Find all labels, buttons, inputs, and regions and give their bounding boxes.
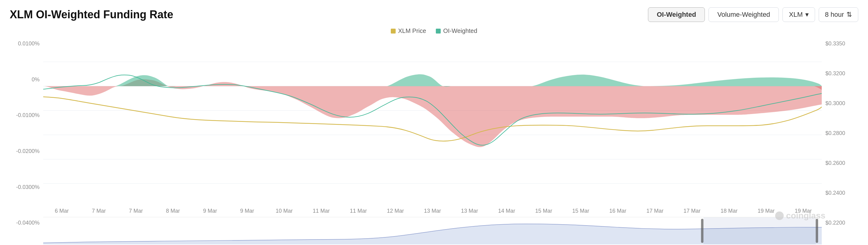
y-label-right-2: $0.3000 bbox=[822, 100, 858, 107]
x-label-5: 9 Mar bbox=[228, 208, 266, 214]
legend-label-price: XLM Price bbox=[398, 27, 426, 34]
x-label-15: 16 Mar bbox=[599, 208, 637, 214]
x-label-16: 17 Mar bbox=[637, 208, 674, 214]
y-label-3: -0.0200% bbox=[10, 148, 43, 155]
x-label-18: 18 Mar bbox=[711, 208, 748, 214]
x-label-12: 14 Mar bbox=[488, 208, 525, 214]
x-label-7: 11 Mar bbox=[303, 208, 340, 214]
page-title: XLM OI-Weighted Funding Rate bbox=[10, 8, 173, 21]
x-label-9: 12 Mar bbox=[377, 208, 414, 214]
legend-label-oi: OI-Weighted bbox=[443, 27, 477, 34]
y-label-1: 0% bbox=[10, 77, 43, 83]
mini-chart[interactable] bbox=[43, 217, 822, 244]
legend-item-oi: OI-Weighted bbox=[436, 27, 477, 34]
y-label-right-4: $0.2600 bbox=[822, 160, 858, 166]
y-label-right-3: $0.2800 bbox=[822, 130, 858, 137]
y-label-right-1: $0.3200 bbox=[822, 71, 858, 77]
x-label-6: 10 Mar bbox=[266, 208, 303, 214]
y-label-2: -0.0100% bbox=[10, 112, 43, 118]
x-label-0: 6 Mar bbox=[43, 208, 80, 214]
controls-group: OI-Weighted Volume-Weighted XLM ▾ 8 hour… bbox=[648, 7, 858, 22]
chevron-updown-icon: ⇅ bbox=[846, 11, 852, 19]
chart-legend: XLM Price OI-Weighted bbox=[10, 27, 858, 34]
y-label-right-5: $0.2400 bbox=[822, 190, 858, 196]
legend-dot-price bbox=[391, 29, 396, 33]
x-label-10: 13 Mar bbox=[414, 208, 451, 214]
x-label-4: 9 Mar bbox=[191, 208, 228, 214]
y-label-right-6: $0.2200 bbox=[822, 220, 858, 226]
y-label-right-0: $0.3350 bbox=[822, 40, 858, 47]
main-chart[interactable] bbox=[43, 37, 822, 205]
x-label-14: 15 Mar bbox=[562, 208, 599, 214]
volume-weighted-tab[interactable]: Volume-Weighted bbox=[709, 7, 779, 22]
x-label-13: 15 Mar bbox=[525, 208, 562, 214]
oi-weighted-tab[interactable]: OI-Weighted bbox=[648, 7, 705, 22]
y-axis-left: 0.0100% 0% -0.0100% -0.0200% -0.0300% -0… bbox=[10, 37, 43, 244]
watermark: coinglass bbox=[775, 211, 826, 221]
x-label-8: 11 Mar bbox=[340, 208, 377, 214]
y-label-4: -0.0300% bbox=[10, 184, 43, 190]
x-label-3: 8 Mar bbox=[154, 208, 191, 214]
page-container: XLM OI-Weighted Funding Rate OI-Weighted… bbox=[0, 0, 868, 245]
legend-item-price: XLM Price bbox=[391, 27, 426, 34]
x-label-11: 13 Mar bbox=[451, 208, 488, 214]
chart-area: 0.0100% 0% -0.0100% -0.0200% -0.0300% -0… bbox=[10, 37, 858, 244]
y-axis-right: $0.3350 $0.3200 $0.3000 $0.2800 $0.2600 … bbox=[822, 37, 858, 244]
chevron-down-icon: ▾ bbox=[805, 11, 809, 19]
svg-rect-7 bbox=[816, 219, 818, 243]
asset-select[interactable]: XLM ▾ bbox=[782, 7, 815, 22]
x-label-1: 7 Mar bbox=[80, 208, 118, 214]
x-label-17: 17 Mar bbox=[674, 208, 711, 214]
watermark-icon bbox=[775, 212, 784, 220]
x-axis: 6 Mar 7 Mar 7 Mar 8 Mar 9 Mar 9 Mar 10 M… bbox=[43, 205, 822, 217]
chart-inner: 6 Mar 7 Mar 7 Mar 8 Mar 9 Mar 9 Mar 10 M… bbox=[43, 37, 822, 244]
watermark-text: coinglass bbox=[786, 211, 826, 221]
interval-select[interactable]: 8 hour ⇅ bbox=[819, 7, 858, 22]
y-label-0: 0.0100% bbox=[10, 40, 43, 47]
y-label-5: -0.0400% bbox=[10, 220, 43, 226]
svg-rect-8 bbox=[703, 217, 816, 244]
legend-dot-oi bbox=[436, 29, 441, 33]
svg-rect-6 bbox=[701, 219, 703, 243]
x-label-2: 7 Mar bbox=[118, 208, 155, 214]
header-row: XLM OI-Weighted Funding Rate OI-Weighted… bbox=[10, 7, 858, 22]
